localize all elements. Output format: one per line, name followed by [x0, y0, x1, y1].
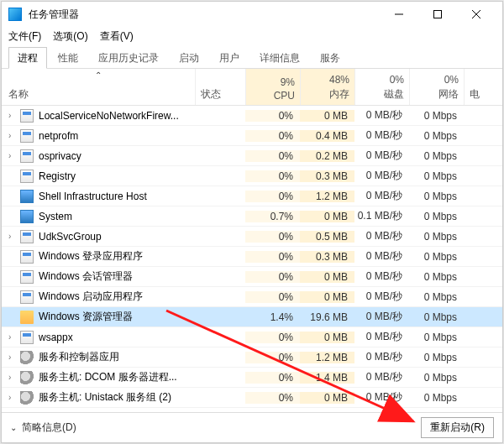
process-name: 服务和控制器应用 — [39, 350, 119, 364]
expand-chevron-icon[interactable]: › — [8, 111, 18, 120]
header-name[interactable]: ⌃ 名称 — [2, 69, 195, 105]
process-icon — [20, 351, 34, 364]
cpu-cell: 1.4% — [245, 311, 300, 323]
tab-startup[interactable]: 启动 — [170, 47, 208, 68]
process-name: Shell Infrastructure Host — [39, 191, 147, 202]
expand-chevron-icon[interactable]: › — [8, 131, 18, 140]
net-cell: 0 Mbps — [409, 392, 464, 404]
table-row[interactable]: Registry0%0.3 MB0 MB/秒0 Mbps — [2, 166, 502, 186]
name-cell: ›服务主机: DCOM 服务器进程... — [2, 370, 195, 384]
svg-rect-1 — [434, 11, 442, 18]
tab-details[interactable]: 详细信息 — [250, 47, 309, 68]
table-row[interactable]: ›服务主机: Unistack 服务组 (2)0%0 MB0 MB/秒0 Mbp… — [2, 388, 502, 408]
process-icon — [20, 149, 34, 163]
name-cell: ›LocalServiceNoNetworkFirew... — [2, 109, 195, 123]
net-cell: 0 Mbps — [409, 291, 464, 303]
process-name: wsappx — [39, 332, 73, 343]
cpu-cell: 0% — [245, 170, 300, 182]
name-cell: ›服务和控制器应用 — [2, 350, 195, 364]
header-disk[interactable]: 0% 磁盘 — [354, 69, 409, 105]
tab-performance[interactable]: 性能 — [49, 47, 87, 68]
menu-options[interactable]: 选项(O) — [53, 29, 87, 44]
table-row[interactable]: ›osprivacy0%0.2 MB0 MB/秒0 Mbps — [2, 146, 502, 166]
table-row[interactable]: Windows 启动应用程序0%0 MB0 MB/秒0 Mbps — [2, 287, 502, 307]
mem-cell: 0.3 MB — [300, 251, 354, 263]
fewer-details-button[interactable]: ⌄ 简略信息(D) — [10, 420, 76, 435]
table-row[interactable]: ›LocalServiceNoNetworkFirew...0%0 MB0 MB… — [2, 106, 502, 126]
header-status[interactable]: 状态 — [195, 69, 245, 105]
table-row[interactable]: ›wsappx0%0 MB0 MB/秒0 Mbps — [2, 327, 502, 347]
expand-chevron-icon[interactable]: › — [8, 232, 18, 241]
net-cell: 0 Mbps — [409, 150, 464, 162]
process-icon — [20, 311, 34, 324]
table-row[interactable]: ›服务主机: DCOM 服务器进程...0%1.4 MB0 MB/秒0 Mbps — [2, 368, 502, 388]
expand-chevron-icon[interactable]: › — [8, 332, 18, 342]
name-cell: Windows 启动应用程序 — [2, 290, 195, 304]
mem-cell: 0 MB — [300, 291, 354, 303]
header-network[interactable]: 0% 网络 — [409, 69, 464, 105]
disk-cell: 0 MB/秒 — [354, 370, 409, 384]
process-icon — [20, 391, 34, 405]
net-cell: 0 Mbps — [409, 130, 464, 142]
table-row[interactable]: Windows 会话管理器0%0 MB0 MB/秒0 Mbps — [2, 267, 502, 287]
header-power[interactable]: 电 — [464, 69, 485, 105]
mem-cell: 0.4 MB — [300, 130, 354, 142]
cpu-cell: 0% — [245, 231, 300, 243]
disk-cell: 0 MB/秒 — [354, 189, 409, 203]
table-row[interactable]: Windows 资源管理器1.4%19.6 MB0 MB/秒0 Mbps — [2, 307, 502, 327]
titlebar[interactable]: 任务管理器 — [2, 2, 502, 27]
cpu-cell: 0% — [245, 251, 300, 263]
window-controls — [380, 2, 496, 27]
restart-button[interactable]: 重新启动(R) — [421, 417, 494, 438]
process-name: LocalServiceNoNetworkFirew... — [39, 110, 179, 122]
close-button[interactable] — [457, 2, 496, 27]
name-cell: Windows 资源管理器 — [2, 310, 195, 324]
mem-cell: 19.6 MB — [300, 311, 354, 323]
process-name: UdkSvcGroup — [39, 231, 102, 243]
process-name: System — [39, 211, 72, 222]
expand-chevron-icon[interactable]: › — [8, 151, 18, 160]
process-name: osprivacy — [39, 150, 81, 162]
content: ⌃ 名称 状态 9% CPU 48% 内存 0% 磁盘 0% 网络 电 ›Loc… — [2, 69, 502, 412]
process-icon — [20, 170, 34, 183]
expand-chevron-icon[interactable]: › — [8, 373, 18, 382]
header-cpu[interactable]: 9% CPU — [245, 69, 300, 105]
process-table[interactable]: ›LocalServiceNoNetworkFirew...0%0 MB0 MB… — [2, 106, 502, 412]
header-memory[interactable]: 48% 内存 — [300, 69, 354, 105]
table-row[interactable]: ›UdkSvcGroup0%0.5 MB0 MB/秒0 Mbps — [2, 227, 502, 247]
net-cell: 0 Mbps — [409, 271, 464, 283]
disk-cell: 0 MB/秒 — [354, 269, 409, 284]
cpu-cell: 0.7% — [245, 211, 300, 222]
name-cell: Shell Infrastructure Host — [2, 190, 195, 203]
tab-services[interactable]: 服务 — [311, 47, 349, 68]
task-manager-window: 任务管理器 文件(F) 选项(O) 查看(V) 进程 性能 应用历史记录 启动 … — [1, 1, 503, 443]
process-name: 服务主机: DCOM 服务器进程... — [39, 370, 177, 384]
menu-file[interactable]: 文件(F) — [8, 29, 41, 44]
disk-cell: 0 MB/秒 — [354, 310, 409, 324]
expand-chevron-icon[interactable]: › — [8, 393, 18, 402]
mem-cell: 0.2 MB — [300, 150, 354, 162]
table-row[interactable]: ›服务和控制器应用0%1.2 MB0 MB/秒0 Mbps — [2, 347, 502, 368]
mem-cell: 1.2 MB — [300, 191, 354, 202]
table-row[interactable]: System0.7%0 MB0.1 MB/秒0 Mbps — [2, 206, 502, 227]
net-cell: 0 Mbps — [409, 170, 464, 182]
mem-cell: 0.5 MB — [300, 231, 354, 243]
disk-cell: 0 MB/秒 — [354, 149, 409, 163]
minimize-button[interactable] — [380, 2, 418, 27]
menu-view[interactable]: 查看(V) — [100, 29, 134, 44]
expand-chevron-icon[interactable]: › — [8, 353, 18, 362]
menubar: 文件(F) 选项(O) 查看(V) — [2, 27, 502, 45]
mem-cell: 0 MB — [300, 271, 354, 283]
mem-cell: 0 MB — [300, 392, 354, 404]
tab-users[interactable]: 用户 — [210, 47, 249, 68]
table-row[interactable]: Shell Infrastructure Host0%1.2 MB0 MB/秒0… — [2, 186, 502, 206]
name-cell: Registry — [2, 170, 195, 183]
disk-cell: 0 MB/秒 — [354, 390, 409, 405]
net-cell: 0 Mbps — [409, 311, 464, 323]
tab-processes[interactable]: 进程 — [8, 47, 47, 69]
table-row[interactable]: Windows 登录应用程序0%0.3 MB0 MB/秒0 Mbps — [2, 247, 502, 267]
maximize-button[interactable] — [418, 2, 457, 27]
name-cell: ›netprofm — [2, 129, 195, 143]
tab-app-history[interactable]: 应用历史记录 — [89, 47, 168, 68]
table-row[interactable]: ›netprofm0%0.4 MB0 MB/秒0 Mbps — [2, 126, 502, 146]
